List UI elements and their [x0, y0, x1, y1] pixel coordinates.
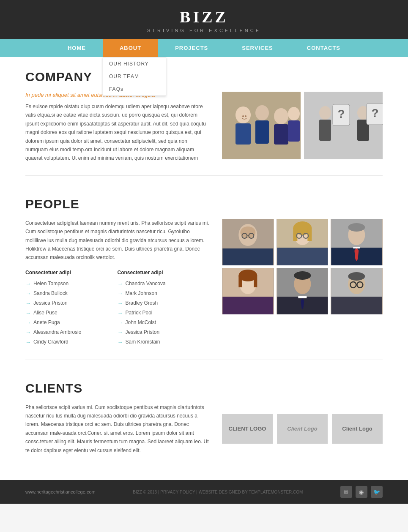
rss-icon[interactable]: ◉ [356, 486, 367, 498]
person-photo-4 [222, 268, 274, 314]
client-logo-3: Client Logo [332, 414, 383, 444]
people-left: Consectetuer adipiglest laenean nummy nr… [25, 219, 209, 347]
site-subtitle: STRIVING FOR EXCELLENCE [0, 28, 408, 33]
svg-text:?: ? [337, 107, 345, 120]
list-item: →Helen Tompson [25, 279, 118, 289]
people-section: PEOPLE Consectetuer adipiglest laenean n… [25, 184, 383, 360]
site-header: BIZZ STRIVING FOR EXCELLENCE [0, 0, 408, 39]
list-item: →Jessica Priston [25, 298, 118, 308]
dropdown-our-history[interactable]: OUR HISTORY [103, 57, 166, 70]
svg-rect-8 [288, 120, 300, 142]
svg-rect-6 [274, 124, 288, 145]
list-item: →Sandra Bullock [25, 289, 118, 298]
arrow-icon: → [25, 290, 31, 297]
svg-rect-45 [238, 276, 242, 287]
company-photo-1 [222, 92, 301, 159]
arrow-icon: → [25, 310, 31, 316]
svg-text:?: ? [371, 106, 378, 120]
footer-copyright: BIZZ © 2013 | PRIVACY POLICY | WEBSITE D… [133, 490, 303, 494]
clients-section: CLIENTS Pha sellortsce scipit varius mi.… [25, 368, 383, 467]
company-section: COMPANY In pede mi aliquet sit amet euis… [25, 57, 383, 176]
arrow-icon: → [118, 281, 123, 287]
people-photos [222, 219, 383, 347]
footer-website: www.heritagechristiancollege.com [25, 489, 96, 494]
main-content: COMPANY In pede mi aliquet sit amet euis… [0, 57, 408, 480]
svg-rect-23 [222, 248, 273, 265]
list-item: →Sam Kromstain [118, 337, 210, 347]
client-logo-1: CLIENT LOGO [222, 414, 273, 444]
email-icon[interactable]: ✉ [340, 486, 352, 498]
person-photo-5 [277, 268, 329, 314]
nav-services[interactable]: SERVICES [225, 39, 290, 57]
svg-point-1 [235, 106, 251, 123]
svg-rect-41 [353, 247, 360, 248]
arrow-icon: → [25, 300, 31, 306]
company-text: In pede mi aliquet sit amet euismod in a… [25, 92, 209, 163]
svg-point-22 [240, 226, 255, 238]
company-photo-2: ? ? [304, 92, 383, 159]
dropdown-our-team[interactable]: OUR TEAM [103, 70, 166, 83]
svg-rect-13 [319, 120, 331, 141]
svg-point-3 [255, 105, 269, 120]
person-photo-3 [331, 219, 383, 265]
svg-point-9 [242, 115, 244, 117]
company-images: ? ? [222, 92, 383, 163]
svg-point-5 [274, 108, 288, 124]
navigation: HOME ABOUT OUR HISTORY OUR TEAM FAQs PRO… [0, 39, 408, 57]
arrow-icon: → [25, 329, 31, 336]
company-title: COMPANY [25, 70, 383, 84]
svg-rect-32 [277, 248, 328, 265]
svg-rect-46 [254, 276, 257, 287]
arrow-icon: → [118, 300, 123, 306]
svg-point-7 [288, 107, 300, 120]
person-photo-6 [331, 268, 383, 314]
site-footer: www.heritagechristiancollege.com BIZZ © … [0, 480, 408, 504]
list-item: →Mark Johnson [118, 289, 210, 298]
company-content: In pede mi aliquet sit amet euismod in a… [25, 92, 383, 163]
person-photo-2 [277, 219, 329, 265]
twitter-icon[interactable]: 🐦 [371, 486, 383, 498]
clients-content: Pha sellortsce scipit varius mi. Cum soc… [25, 403, 383, 455]
list-item: →Alessandra Ambrosio [25, 327, 118, 337]
svg-point-10 [245, 115, 246, 117]
spacer-3 [25, 467, 383, 480]
people-list-1: →Helen Tompson →Sandra Bullock →Jessica … [25, 279, 118, 347]
list-item: →Patrick Pool [118, 308, 210, 318]
people-col-1: Consectetuer adipi →Helen Tompson →Sandr… [25, 270, 118, 347]
svg-rect-4 [255, 120, 269, 144]
nav-home[interactable]: HOME [51, 39, 103, 57]
list-item: →Cindy Crawford [25, 337, 118, 347]
svg-rect-57 [331, 297, 382, 314]
arrow-icon: → [118, 290, 123, 297]
dropdown-faqs[interactable]: FAQs [103, 83, 166, 95]
nav-projects[interactable]: PROJECTS [158, 39, 225, 57]
list-item: →Anete Puga [25, 318, 118, 327]
nav-about[interactable]: ABOUT OUR HISTORY OUR TEAM FAQs [103, 39, 158, 57]
people-content: Consectetuer adipiglest laenean nummy nr… [25, 219, 383, 347]
clients-title: CLIENTS [25, 381, 383, 396]
svg-point-50 [294, 271, 311, 280]
people-description: Consectetuer adipiglest laenean nummy nr… [25, 219, 209, 262]
arrow-icon: → [118, 329, 123, 336]
person-photo-1 [222, 219, 274, 265]
list-item: →John McCoist [118, 318, 210, 327]
list-item: →Chandra Vancova [118, 279, 210, 289]
svg-rect-52 [298, 296, 307, 298]
arrow-icon: → [118, 319, 123, 326]
clients-logos: CLIENT LOGO Client Logo Client Logo [222, 403, 383, 455]
svg-rect-2 [235, 123, 251, 145]
about-dropdown: OUR HISTORY OUR TEAM FAQs [103, 57, 166, 96]
arrow-icon: → [25, 319, 31, 326]
people-columns: Consectetuer adipi →Helen Tompson →Sandr… [25, 270, 209, 347]
people-col-2: Consectetuer adipi →Chandra Vancova →Mar… [118, 270, 210, 347]
arrow-icon: → [25, 339, 31, 345]
spacer-1 [25, 176, 383, 184]
arrow-icon: → [118, 310, 123, 316]
spacer-2 [25, 360, 383, 368]
nav-contacts[interactable]: CONTACTS [290, 39, 357, 57]
client-logo-2: Client Logo [277, 414, 328, 444]
svg-rect-47 [222, 297, 273, 314]
arrow-icon: → [118, 339, 123, 345]
company-body: Es euisoe rspide oistatu olup cusm dolem… [25, 102, 209, 163]
people-title: PEOPLE [25, 197, 383, 211]
